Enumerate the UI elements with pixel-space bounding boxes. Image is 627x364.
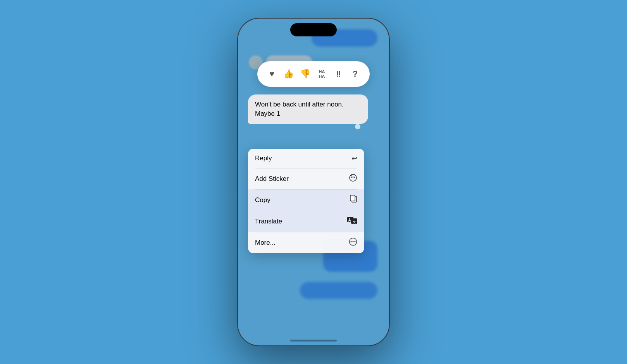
reaction-bar: ♥ 👍 👎 HAHA ‼ ?	[257, 61, 370, 87]
svg-point-12	[351, 241, 352, 242]
react-emphasize-button[interactable]: ‼	[331, 67, 346, 81]
svg-rect-6	[350, 195, 355, 201]
sticker-icon: +	[349, 173, 357, 184]
message-bubble: Won't be back until after noon. Maybe 1	[248, 94, 368, 124]
dynamic-island	[290, 23, 337, 36]
add-sticker-label: Add Sticker	[255, 175, 289, 183]
react-question-button[interactable]: ?	[348, 67, 363, 81]
copy-label: Copy	[255, 196, 270, 204]
more-icon	[349, 237, 357, 248]
reply-menu-item[interactable]: Reply ↩	[248, 149, 364, 168]
haha-icon: HAHA	[319, 69, 325, 79]
svg-point-13	[353, 241, 354, 242]
copy-icon	[350, 195, 357, 205]
react-haha-button[interactable]: HAHA	[315, 67, 329, 81]
react-heart-button[interactable]: ♥	[265, 67, 279, 81]
thumbsdown-icon: 👎	[300, 69, 310, 79]
home-indicator[interactable]	[290, 340, 337, 342]
reply-label: Reply	[255, 155, 272, 162]
reply-icon: ↩	[351, 154, 357, 163]
translate-label: Translate	[255, 218, 282, 225]
context-menu: Reply ↩ Add Sticker + Copy	[248, 149, 364, 253]
bubble-tail	[355, 124, 360, 129]
question-icon: ?	[353, 69, 358, 79]
phone-frame: ♥ 👍 👎 HAHA ‼ ? Won't be back until after…	[238, 19, 389, 345]
exclaim-icon: ‼	[336, 70, 341, 79]
svg-point-14	[355, 241, 356, 242]
more-label: More...	[255, 239, 276, 247]
translate-menu-item[interactable]: Translate A 文	[248, 211, 364, 232]
react-like-button[interactable]: 👍	[281, 67, 296, 81]
svg-text:+: +	[351, 174, 352, 177]
svg-text:文: 文	[353, 220, 356, 224]
translate-icon: A 文	[347, 216, 357, 227]
heart-icon: ♥	[269, 69, 274, 79]
add-sticker-menu-item[interactable]: Add Sticker +	[248, 168, 364, 189]
copy-menu-item[interactable]: Copy	[248, 189, 364, 211]
more-menu-item[interactable]: More...	[248, 232, 364, 253]
svg-text:A: A	[348, 218, 351, 222]
phone-screen: ♥ 👍 👎 HAHA ‼ ? Won't be back until after…	[238, 19, 389, 345]
svg-point-2	[354, 177, 355, 177]
react-dislike-button[interactable]: 👎	[298, 67, 313, 81]
message-text: Won't be back until after noon. Maybe 1	[255, 101, 344, 117]
thumbsup-icon: 👍	[283, 69, 294, 79]
